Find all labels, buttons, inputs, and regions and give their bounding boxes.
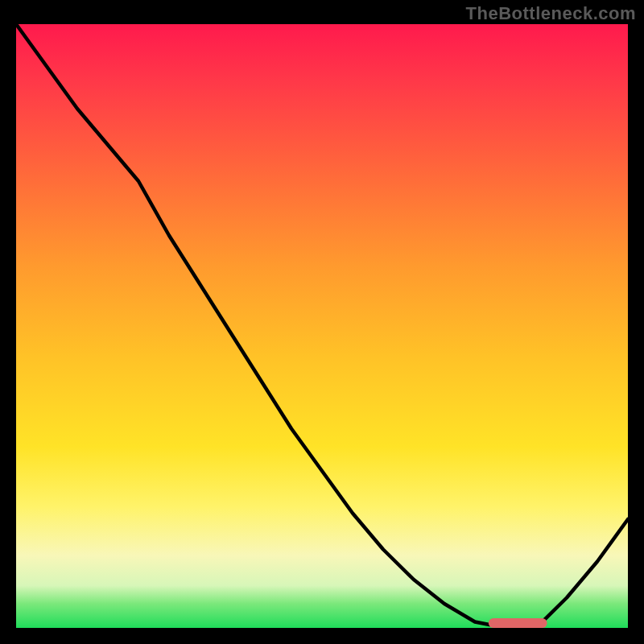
bottleneck-curve	[16, 24, 628, 628]
series-line	[16, 24, 628, 628]
chart-frame: TheBottleneck.com	[0, 0, 644, 644]
watermark-label: TheBottleneck.com	[466, 3, 636, 24]
plot-area	[16, 24, 628, 628]
